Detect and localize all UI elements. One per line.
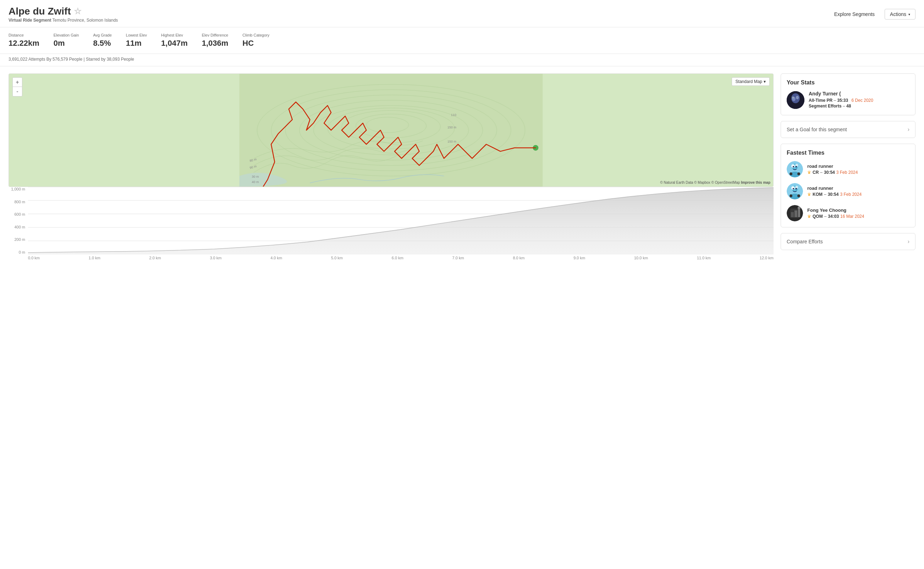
y-label-400: 400 m [14, 225, 25, 229]
cr-crown-icon: ♛ [807, 170, 811, 175]
pr-value: 35:33 [837, 98, 848, 103]
qom-runner-info: Fong Yee Choong ♛ QOM – 34:03 16 Mar 202… [807, 207, 864, 219]
qom-runner-name: Fong Yee Choong [807, 207, 864, 213]
qom-runner-stat: ♛ QOM – 34:03 16 Mar 2024 [807, 214, 864, 219]
x-label-8: 8.0 km [513, 256, 524, 260]
map-type-selector[interactable]: Standard Map ▾ [732, 77, 770, 86]
title-section: Alpe du Zwift ☆ Virtual Ride Segment Tem… [9, 6, 118, 23]
zoom-out-button[interactable]: - [13, 87, 22, 96]
stat-elevation-gain: Elevation Gain 0m [53, 33, 79, 48]
stat-avg-grade: Avg Grade 8.5% [93, 33, 111, 48]
star-icon[interactable]: ☆ [74, 6, 82, 16]
elevation-chart: 1,000 m 800 m 600 m 400 m 200 m 0 m [9, 187, 773, 265]
goal-row[interactable]: Set a Goal for this segment › [781, 121, 915, 138]
cr-dash: – [820, 170, 822, 175]
map-zoom-controls: + - [12, 77, 22, 96]
stat-elev-diff: Elev Difference 1,036m [202, 33, 228, 48]
cr-runner-avatar [787, 161, 803, 177]
kom-date-link[interactable]: 3 Feb 2024 [840, 192, 862, 197]
qom-date-link[interactable]: 16 Mar 2024 [840, 214, 864, 219]
svg-point-38 [796, 166, 797, 167]
elevation-gain-label: Elevation Gain [53, 33, 79, 37]
svg-rect-0 [239, 74, 543, 187]
svg-point-46 [793, 188, 794, 189]
user-name: Andy Turner ( [809, 91, 873, 96]
svg-rect-53 [795, 210, 797, 217]
elevation-x-axis: 0.0 km 1.0 km 2.0 km 3.0 km 4.0 km 5.0 k… [28, 254, 773, 265]
qom-badge: QOM [813, 214, 823, 219]
x-label-10: 10.0 km [634, 256, 648, 260]
y-label-200: 200 m [14, 237, 25, 242]
efforts-dash: – [843, 103, 846, 108]
goal-chevron-right-icon: › [908, 126, 909, 133]
elevation-gain-value: 0m [53, 39, 79, 48]
map-type-label: Standard Map [735, 79, 762, 84]
kom-runner-stat: ♛ KOM – 30:54 3 Feb 2024 [807, 192, 862, 197]
highest-elev-label: Highest Elev [161, 33, 188, 37]
svg-point-47 [796, 188, 797, 189]
top-bar: Alpe du Zwift ☆ Virtual Ride Segment Tem… [0, 0, 924, 27]
kom-runner-info: road runner ♛ KOM – 30:54 3 Feb 2024 [807, 186, 862, 197]
svg-text:30 m: 30 m [251, 175, 259, 178]
user-avatar [787, 91, 804, 109]
compare-row[interactable]: Compare Efforts › [781, 233, 915, 250]
x-label-7: 7.0 km [452, 256, 464, 260]
lowest-elev-label: Lowest Elev [126, 33, 147, 37]
avg-grade-value: 8.5% [93, 39, 111, 48]
distance-label: Distance [9, 33, 40, 37]
fastest-item-qom: Fong Yee Choong ♛ QOM – 34:03 16 Mar 202… [787, 205, 909, 221]
attribution-text: © Natural Earth Data © Mapbox © OpenStre… [660, 181, 740, 184]
x-label-9: 9.0 km [574, 256, 585, 260]
svg-point-37 [793, 166, 794, 167]
distance-value: 12.22km [9, 39, 40, 48]
actions-button[interactable]: Actions ▾ [884, 9, 915, 20]
user-pr-stat: All-Time PR – 35:33 6 Dec 2020 [809, 98, 873, 103]
kom-dash: – [824, 192, 827, 197]
svg-text:150 m: 150 m [448, 140, 456, 143]
top-bar-actions: Explore Segments Actions ▾ [830, 9, 915, 20]
stat-distance: Distance 12.22km [9, 33, 40, 48]
explore-segments-button[interactable]: Explore Segments [830, 9, 879, 19]
svg-text:110: 110 [451, 113, 456, 117]
fastest-times-title: Fastest Times [787, 150, 909, 156]
y-label-0: 0 m [19, 250, 25, 254]
y-label-1000: 1,000 m [11, 187, 25, 191]
segment-type: Virtual Ride Segment [9, 18, 51, 23]
cr-runner-stat: ♛ CR – 30:54 3 Feb 2024 [807, 170, 858, 175]
user-info: Andy Turner ( All-Time PR – 35:33 6 Dec … [809, 91, 873, 109]
elevation-chart-area [28, 187, 773, 254]
fastest-times-card: Fastest Times [781, 144, 915, 227]
stats-bar: Distance 12.22km Elevation Gain 0m Avg G… [0, 27, 924, 54]
stat-lowest-elev: Lowest Elev 11m [126, 33, 147, 48]
left-column: 90 m 80 m 40 m 30 m 110 150 m 150 m + - [9, 73, 773, 265]
map-container: 90 m 80 m 40 m 30 m 110 150 m 150 m + - [9, 73, 773, 187]
map-svg: 90 m 80 m 40 m 30 m 110 150 m 150 m [9, 74, 773, 187]
efforts-label: Segment Efforts [809, 103, 842, 108]
kom-runner-name: road runner [807, 186, 862, 191]
actions-label: Actions [890, 11, 906, 17]
your-stats-card: Your Stats Andy Turner ( All-Time PR [781, 73, 915, 115]
improve-map-link[interactable]: Improve this map [741, 181, 770, 184]
cr-badge: CR [813, 170, 819, 175]
highest-elev-value: 1,047m [161, 39, 188, 48]
svg-point-48 [790, 195, 792, 197]
svg-rect-52 [791, 212, 794, 217]
page-title: Alpe du Zwift ☆ [9, 6, 118, 17]
kom-runner-avatar [787, 183, 803, 199]
attempts-bar: 3,691,022 Attempts By 576,579 People | S… [0, 54, 924, 66]
stat-climb-cat: Climb Category HC [242, 33, 269, 48]
cr-runner-name: road runner [807, 164, 858, 169]
svg-point-40 [797, 172, 800, 175]
fastest-item-kom: road runner ♛ KOM – 30:54 3 Feb 2024 [787, 183, 909, 199]
qom-time: 34:03 [828, 214, 839, 219]
kom-avatar-image [787, 183, 803, 199]
zoom-in-button[interactable]: + [13, 78, 22, 87]
segment-location: Temotu Province, Solomon Islands [53, 18, 118, 23]
y-label-800: 800 m [14, 200, 25, 204]
svg-point-49 [797, 195, 800, 197]
pr-label: All-Time PR [809, 98, 833, 103]
pr-date-link[interactable]: 6 Dec 2020 [852, 98, 873, 103]
cr-date-link[interactable]: 3 Feb 2024 [836, 170, 858, 175]
qom-crown-icon: ♛ [807, 214, 811, 219]
pr-dash: – [834, 98, 837, 103]
